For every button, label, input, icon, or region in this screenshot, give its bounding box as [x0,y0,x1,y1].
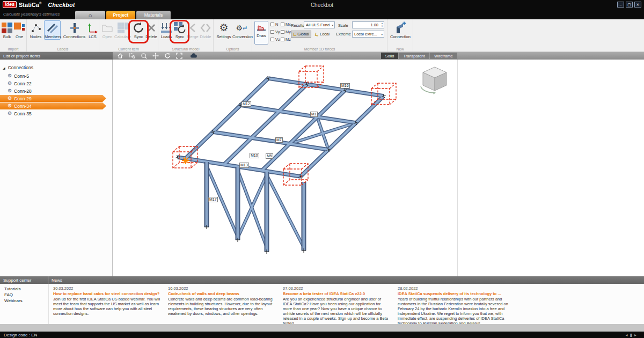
view-home-icon[interactable] [116,53,125,59]
conversion-label: Conversion [232,34,251,39]
local-toggle-button[interactable]: Local [313,31,332,38]
status-nav-icons[interactable]: ◂▮▸ [626,333,639,337]
delete-label: Delete [145,34,158,39]
bulk-import-button[interactable]: Bulk [1,21,13,39]
check-n[interactable]: N [270,22,278,27]
tree-item-conn-34-selected[interactable]: ⚙Conn-34 [0,102,106,109]
news-title-link[interactable]: Code-check of walls and deep beams [168,291,275,296]
label-bubble-icon[interactable] [189,53,197,59]
local-axes-icon [314,32,319,36]
loads-button[interactable]: Loads [160,21,173,39]
support-link-webinars[interactable]: Webinars [4,298,23,303]
view-mode-solid[interactable]: Solid [381,53,398,59]
tree-root-connections[interactable]: ◢ Connections [3,65,33,70]
selected-connection-marker [182,157,189,164]
news-item: 28.02.2022 IDEA StatiCa suspends deliver… [398,286,508,326]
loads-label: Loads [160,34,173,39]
zoom-icon[interactable] [140,53,148,59]
draw-forces-button[interactable]: Draw [254,21,268,45]
rotate-icon[interactable] [163,53,172,59]
members-icon [45,21,60,34]
tab-materials[interactable]: Materials [136,11,171,19]
minimize-button[interactable]: – [617,2,624,8]
check-vz[interactable]: Vz [270,37,280,42]
open-button[interactable]: Open [101,21,114,39]
tab-project[interactable]: Project [106,11,135,19]
global-toggle-button[interactable]: Global [291,31,311,38]
mz-checkbox[interactable] [281,38,284,41]
calculate-label: Calculate [114,34,131,39]
tree-item-conn-22[interactable]: ⚙Conn-22 [8,80,109,87]
check-my[interactable]: My [281,30,291,34]
zoom-extents-icon[interactable] [175,53,184,59]
connections-button[interactable]: Connections [62,21,87,39]
tree-item-conn-5[interactable]: ⚙Conn-5 [8,72,109,79]
tab-home[interactable]: ⌂ [75,11,105,19]
sync-model-button[interactable]: Sync [173,21,186,39]
tree-item-conn-29-selected[interactable]: ⚙Conn-29 [0,95,106,102]
extreme-dropdown[interactable]: Local extre... ▾ [352,31,384,38]
settings-button[interactable]: ⚙ Settings [216,21,232,39]
gear-icon: ⚙ [8,74,12,78]
open-folder-icon [101,21,114,34]
results-dropdown[interactable]: All ULS Fund ▾ [304,21,335,28]
spinner-down-icon[interactable]: ▼ [381,25,383,27]
view-orientation-cube[interactable] [421,67,447,94]
calculate-button[interactable]: Calculate [114,21,131,39]
lcs-label: LCS [87,34,98,39]
my-checkbox[interactable] [281,30,284,34]
loads-arrows-icon [160,21,173,34]
check-vy[interactable]: Vy [270,30,280,34]
nodes-button[interactable]: Nodes [28,21,43,39]
members-button[interactable]: Members [44,20,61,40]
3d-model-canvas[interactable]: M16 M12 M1 M7 M10 M5 M13 M17 [113,60,644,276]
lcs-button[interactable]: LCS [87,21,98,39]
vz-checkbox[interactable] [270,38,274,41]
news-body: Join us for the first IDEA StatiCa US ba… [53,297,160,316]
divide-chevrons-icon [199,21,212,34]
divide-button[interactable]: Divide [199,21,212,39]
sync-current-item-button[interactable]: Sync [132,21,145,39]
zoom-window-icon[interactable] [128,53,136,59]
open-label: Open [101,34,114,39]
tree-item-label: Conn-22 [14,81,32,86]
close-button[interactable]: ✕ [634,2,641,8]
news-title-link[interactable]: How to replace hand calcs for steel conn… [53,291,160,296]
tree-item-conn-28[interactable]: ⚙Conn-28 [8,87,109,94]
mx-checkbox[interactable] [281,23,284,26]
ribbon-group-options: ⚙ Settings ⚙⇄ Conversion Options [214,19,252,52]
view-mode-wireframe[interactable]: Wireframe [429,53,457,59]
one-import-button[interactable]: One [13,21,25,39]
support-link-faq[interactable]: FAQ [4,292,13,297]
new-connection-button[interactable]: Connection [389,21,412,39]
delete-x-icon [145,21,158,34]
tree-expander-icon[interactable]: ◢ [3,66,5,70]
bottom-spacer [0,324,644,332]
vy-checkbox[interactable] [270,30,274,34]
support-link-tutorials[interactable]: Tutorials [4,286,20,291]
ribbon-group-structural-model: Loads Sync Merge Divide Structural model [158,19,214,52]
tree-item-conn-35[interactable]: ⚙Conn-35 [8,110,109,117]
viewport-toolbar: Solid Transparent Wireframe [113,52,644,60]
maximize-button[interactable]: ▢ [626,2,633,8]
tree-item-label: Conn-34 [14,104,32,109]
check-mx[interactable]: Mx [281,22,291,27]
view-mode-transparent[interactable]: Transparent [398,53,429,59]
scale-input[interactable]: 1.00 ▲▼ [352,21,384,28]
window-controls: – ▢ ✕ [617,2,641,8]
merge-button[interactable]: Merge [187,21,199,39]
gear-icon: ⚙ [8,89,12,93]
delete-button[interactable]: Delete [145,21,158,39]
sync-model-label: Sync [173,34,186,39]
global-axes-icon [293,32,296,36]
conversion-button[interactable]: ⚙⇄ Conversion [232,21,251,39]
news-body: Years of building fruitful relationships… [398,297,508,326]
member-label: M1 [310,112,318,117]
n-checkbox[interactable] [270,23,274,26]
gear-icon: ⚙ [8,104,12,108]
check-mz[interactable]: Mz [281,37,291,42]
vz-label: Vz [275,37,280,42]
news-title-link[interactable]: Become a beta tester of IDEA StatiCa v22… [283,291,390,296]
news-title-link[interactable]: IDEA StatiCa suspends delivery of its te… [398,291,508,296]
pan-icon[interactable] [151,53,160,59]
